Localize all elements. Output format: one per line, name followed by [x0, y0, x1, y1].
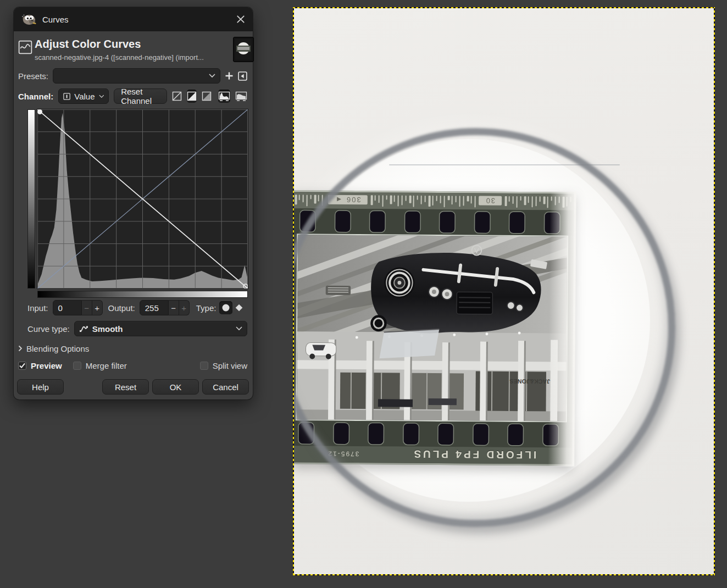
input-decrement-button[interactable]: −	[82, 300, 92, 315]
channel-value: Value	[74, 92, 95, 101]
layer-boundary-left	[293, 7, 294, 575]
output-value: 255	[145, 303, 159, 313]
chevron-down-icon	[209, 74, 215, 78]
image-canvas[interactable]: 306 ◄ 30	[293, 7, 715, 575]
smooth-curve-icon	[79, 325, 88, 333]
reset-channel-label: Reset Channel	[121, 87, 160, 106]
histogram-log-icon[interactable]	[235, 90, 247, 103]
curve-editor[interactable]	[37, 109, 248, 289]
merge-filter-checkbox[interactable]: Merge filter	[73, 361, 127, 370]
dialog-titlebar[interactable]: Curves	[14, 7, 253, 31]
layer-boundary-top	[293, 7, 715, 8]
output-label: Output:	[108, 303, 135, 313]
dialog-title: Curves	[42, 15, 69, 24]
channel-label: Channel:	[18, 92, 53, 101]
presets-dropdown[interactable]	[53, 68, 220, 84]
curve-point-start[interactable]	[37, 109, 42, 114]
close-icon[interactable]	[236, 15, 245, 24]
curve-type-dropdown[interactable]: Smooth	[74, 321, 247, 336]
layer-boundary-bottom	[293, 574, 715, 575]
trc-non-linear-icon[interactable]	[187, 90, 197, 103]
layer-boundary-right	[714, 7, 715, 575]
dialog-subtitle: scanned-negative.jpg-4 ([scanned-negativ…	[35, 53, 204, 62]
check-icon	[19, 363, 25, 368]
input-label: Input:	[27, 303, 48, 313]
type-label: Type:	[196, 303, 217, 313]
reset-channel-button[interactable]: Reset Channel	[114, 88, 167, 104]
curves-dialog: Curves Adjust Color Curves scanned-negat…	[14, 7, 253, 400]
preview-checkbox[interactable]: Preview	[18, 361, 62, 370]
curve-type-value: Smooth	[92, 324, 123, 334]
reset-label: Reset	[115, 382, 136, 392]
channel-dropdown[interactable]: Value	[58, 88, 109, 104]
input-gradient-strip	[37, 291, 248, 298]
preset-menu-icon[interactable]	[238, 71, 247, 81]
point-type-corner-icon[interactable]	[232, 301, 246, 314]
help-label: Help	[32, 382, 49, 392]
output-field[interactable]: 255	[140, 300, 169, 315]
trc-linear-icon[interactable]	[172, 90, 182, 103]
blending-options-expander[interactable]: Blending Options	[18, 342, 253, 355]
chevron-down-icon	[236, 326, 242, 331]
point-type-smooth-icon[interactable]	[219, 301, 232, 314]
cancel-label: Cancel	[213, 382, 238, 392]
ok-label: OK	[170, 382, 182, 392]
curve-type-label: Curve type:	[27, 324, 70, 334]
cancel-button[interactable]: Cancel	[202, 379, 249, 395]
image-thumbnail	[233, 37, 254, 62]
curve-plot[interactable]	[37, 109, 248, 289]
input-value: 0	[58, 303, 63, 313]
ok-button[interactable]: OK	[152, 379, 199, 395]
curves-tool-icon	[18, 40, 32, 54]
reset-button[interactable]: Reset	[102, 379, 149, 395]
input-field[interactable]: 0	[53, 300, 82, 315]
output-gradient-strip	[27, 109, 35, 289]
histogram-linear-icon[interactable]	[218, 90, 230, 103]
presets-label: Presets:	[18, 71, 48, 81]
value-channel-icon	[63, 92, 70, 101]
trc-perceptual-icon[interactable]	[202, 90, 212, 103]
output-increment-button[interactable]: +	[179, 300, 190, 315]
dialog-heading: Adjust Color Curves	[35, 38, 141, 51]
output-decrement-button[interactable]: −	[169, 300, 179, 315]
help-button[interactable]: Help	[17, 379, 64, 395]
merge-filter-label: Merge filter	[86, 361, 127, 370]
add-preset-icon[interactable]	[225, 71, 234, 80]
chevron-down-icon	[99, 95, 104, 98]
chevron-right-icon	[18, 345, 23, 352]
split-view-checkbox[interactable]: Split view	[200, 361, 247, 370]
gimp-wilber-icon	[21, 13, 37, 25]
blending-options-label: Blending Options	[26, 344, 89, 353]
input-increment-button[interactable]: +	[92, 300, 103, 315]
split-view-label: Split view	[213, 361, 247, 370]
loupe-ring	[293, 128, 675, 527]
preview-label: Preview	[31, 361, 62, 370]
